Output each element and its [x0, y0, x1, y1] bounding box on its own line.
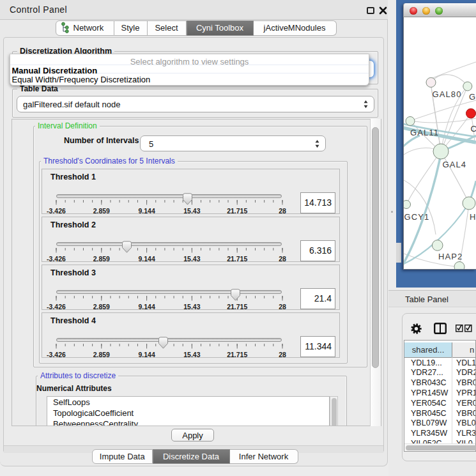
svg-text:9.144: 9.144 [138, 255, 155, 263]
svg-text:-3.426: -3.426 [47, 207, 66, 215]
svg-text:2.859: 2.859 [93, 207, 110, 215]
svg-text:21.715: 21.715 [227, 255, 247, 263]
svg-text:CD: CD [471, 124, 476, 134]
svg-text:15.43: 15.43 [183, 351, 200, 358]
svg-text:-3.426: -3.426 [47, 303, 66, 311]
svg-text:9.144: 9.144 [138, 351, 155, 358]
svg-text:GCY1: GCY1 [404, 212, 430, 222]
svg-text:15.43: 15.43 [183, 255, 200, 263]
svg-text:HAP2: HAP2 [438, 252, 463, 261]
svg-text:-3.426: -3.426 [47, 255, 66, 263]
svg-text:28: 28 [279, 351, 286, 358]
svg-text:GAL11: GAL11 [410, 128, 439, 137]
svg-text:21.715: 21.715 [227, 351, 247, 358]
svg-text:28: 28 [279, 207, 286, 215]
svg-text:9.144: 9.144 [138, 207, 155, 215]
svg-text:21.715: 21.715 [227, 303, 247, 311]
svg-text:2.859: 2.859 [93, 303, 110, 311]
svg-text:9.144: 9.144 [138, 303, 155, 311]
svg-text:GA: GA [469, 92, 476, 102]
svg-text:GAL80: GAL80 [433, 89, 462, 99]
svg-text:21.715: 21.715 [227, 207, 247, 215]
svg-text:HA: HA [470, 212, 476, 222]
svg-text:28: 28 [279, 255, 286, 263]
svg-text:28: 28 [279, 303, 286, 311]
svg-text:15.43: 15.43 [183, 207, 200, 215]
svg-text:2.859: 2.859 [93, 351, 110, 358]
svg-text:15.43: 15.43 [183, 303, 200, 311]
svg-text:GAL4: GAL4 [443, 160, 467, 169]
svg-text:-3.426: -3.426 [47, 351, 66, 358]
svg-text:2.859: 2.859 [93, 255, 110, 263]
